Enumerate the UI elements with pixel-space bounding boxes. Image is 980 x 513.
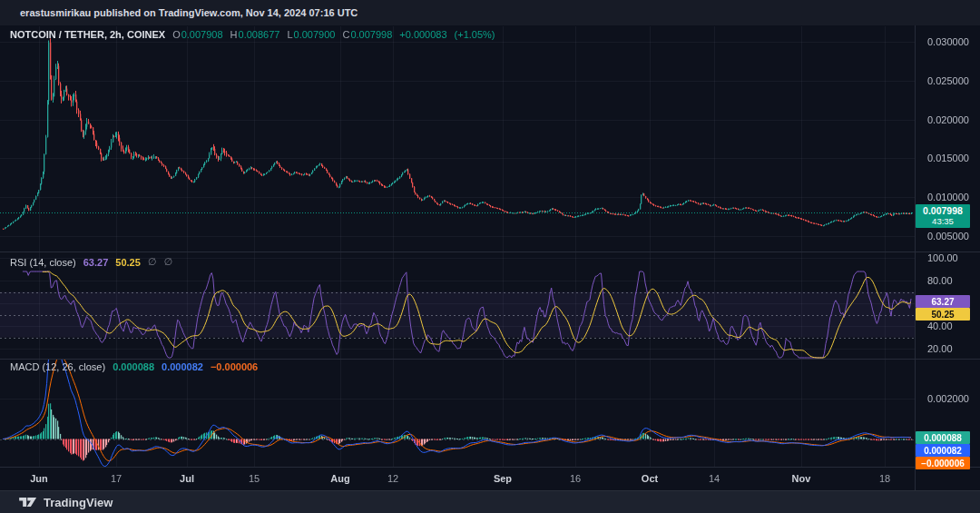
rsi-upper-band-empty: ∅ [148,256,157,268]
time-label-14: 14 [709,467,720,490]
publisher-username[interactable]: erastusmirikau [20,7,91,18]
rsi-ma-value: 50.25 [115,257,141,268]
macd-histogram-value: 0.000088 [113,361,154,372]
ohlc-letter: H [230,29,238,40]
ohlc-h: H0.008677 [230,29,280,40]
ohlc-letter: C [342,29,349,40]
time-label-oct: Oct [642,467,658,490]
last-price-value: 0.007998 [923,205,963,216]
macd-histogram-tag: 0.000088 [916,431,970,444]
ohlc-o: O0.007908 [172,29,222,40]
time-label-aug: Aug [330,467,349,490]
ohlc-value: 0.007900 [294,29,336,40]
macd-title[interactable]: MACD (12, 26, close) [10,361,105,372]
rsi-title[interactable]: RSI (14, close) [10,257,76,268]
rsi-value-tag: 63.27 [916,295,970,308]
macd-signal-tag: −0.000006 [916,457,970,469]
time-label-jun: Jun [30,467,48,490]
rsi-ma-value-tag: 50.25 [916,308,970,321]
symbol-title[interactable]: NOTCOIN / TETHER, 2h, COINEX [10,29,165,40]
time-label-sep: Sep [494,467,512,490]
ohlc-l: L0.007900 [287,29,335,40]
ohlc-value: 0.007998 [350,29,392,40]
rsi-lower-band-empty: ∅ [163,256,172,268]
publish-header: erastusmirikau published on TradingView.… [0,0,980,25]
time-scale[interactable]: Jun17Jul15Aug12Sep16Oct14Nov18 [0,467,915,490]
macd-line-tag: 0.000082 [916,444,970,457]
tradingview-footer: TradingView [0,490,980,513]
ohlc-letter: L [287,29,292,40]
time-label-12: 12 [387,467,398,490]
time-label-17: 17 [111,467,122,490]
tradingview-logo-icon[interactable] [19,495,37,509]
time-label-18: 18 [879,467,890,490]
rsi-value: 63.27 [83,257,109,268]
price-scale[interactable] [915,25,980,467]
bar-countdown: 43:35 [932,216,954,227]
ohlc-values: O0.007908H0.008677L0.007900C0.007998 [172,29,392,40]
change-value: +0.000083 [399,29,446,40]
ohlc-c: C0.007998 [342,29,392,40]
main-legend: NOTCOIN / TETHER, 2h, COINEX O0.007908H0… [10,29,495,40]
change-percent: (+1.05%) [455,29,495,40]
macd-legend: MACD (12, 26, close) 0.000088 0.000082 −… [10,361,258,372]
time-label-jul: Jul [180,467,194,490]
time-label-15: 15 [249,467,260,490]
last-price-tag: 0.007998 43:35 [916,204,970,228]
tradingview-brand[interactable]: TradingView [44,496,113,509]
time-label-nov: Nov [792,467,811,490]
ohlc-value: 0.008677 [239,29,280,40]
tradingview-snapshot: erastusmirikau published on TradingView.… [0,0,980,513]
time-label-16: 16 [570,467,581,490]
ohlc-letter: O [172,29,181,40]
macd-signal-value: −0.000006 [211,361,258,372]
rsi-legend: RSI (14, close) 63.27 50.25 ∅ ∅ [10,256,172,268]
ohlc-value: 0.007908 [181,29,223,40]
macd-line-value: 0.000082 [162,361,203,372]
publish-info-text: published on TradingView.com, Nov 14, 20… [91,7,358,18]
